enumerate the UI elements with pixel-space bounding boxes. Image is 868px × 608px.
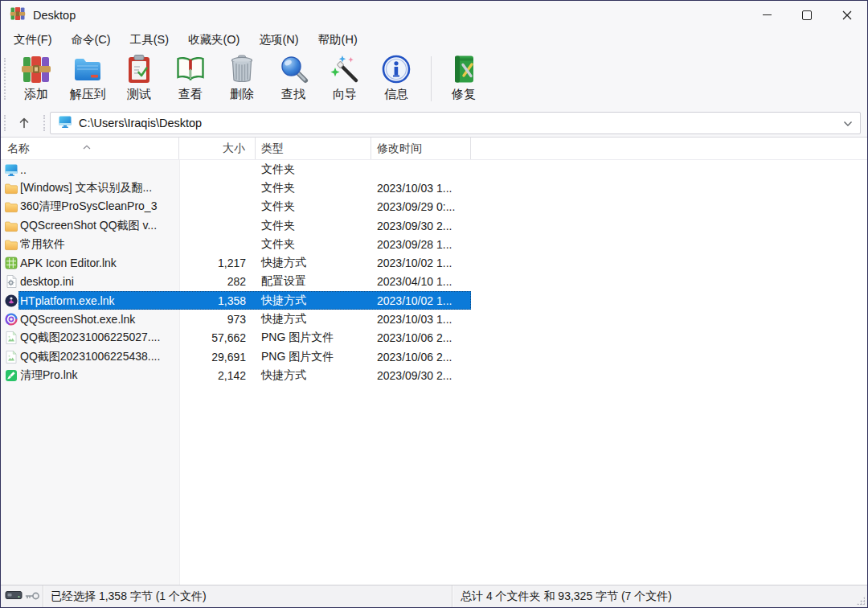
close-button[interactable]: [827, 1, 867, 29]
file-row[interactable]: QQ截图20231006225027....57,662PNG 图片文件2023…: [1, 329, 867, 347]
wizard-wand-icon: [329, 53, 361, 85]
menu-help[interactable]: 帮助(H): [309, 30, 367, 50]
file-name: 360清理ProSysCleanPro_3: [20, 199, 179, 214]
file-row[interactable]: ..文件夹: [1, 160, 867, 179]
menu-file[interactable]: 文件(F): [4, 30, 62, 50]
file-date: 2023/04/10 1...: [371, 275, 471, 288]
close-icon: [842, 10, 852, 20]
htplatform-icon: [1, 294, 20, 308]
file-type: 快捷方式: [256, 256, 371, 270]
file-size: 2,142: [179, 369, 256, 382]
png-icon: [1, 350, 20, 364]
combo-gripper[interactable]: [43, 115, 45, 131]
file-date: 2023/09/30 2...: [371, 220, 471, 232]
file-date: 2023/10/06 2...: [371, 351, 471, 364]
winrar-icon: [10, 6, 26, 25]
find-button[interactable]: 查找: [268, 50, 319, 102]
file-name: [Windows] 文本识别及翻...: [20, 181, 179, 195]
minimize-button[interactable]: [747, 1, 787, 29]
apk-icon: [1, 256, 20, 270]
menu-options[interactable]: 选项(N): [249, 30, 308, 50]
maximize-button[interactable]: [787, 1, 827, 29]
file-row[interactable]: 清理Pro.lnk2,142快捷方式2023/09/30 2...: [1, 366, 867, 384]
info-button[interactable]: 信息: [371, 50, 422, 102]
png-icon: [1, 331, 20, 345]
file-name: QQScreenShot QQ截图 v...: [20, 219, 179, 233]
file-size: 973: [179, 313, 256, 326]
menu-tools[interactable]: 工具(S): [121, 30, 178, 50]
address-combobox[interactable]: C:\Users\Iraqis\Desktop: [50, 112, 861, 134]
folder-icon: [1, 237, 20, 252]
delete-button[interactable]: 删除: [216, 50, 268, 102]
wizard-button[interactable]: 向导: [319, 50, 371, 102]
file-name: APK Icon Editor.lnk: [20, 257, 179, 269]
file-size: 282: [179, 275, 256, 288]
test-button[interactable]: 测试: [113, 50, 165, 102]
chevron-down-icon[interactable]: [843, 116, 853, 130]
file-type: 快捷方式: [256, 294, 371, 308]
file-row[interactable]: QQ截图20231006225438....29,691PNG 图片文件2023…: [1, 347, 867, 366]
column-header-size[interactable]: 大小: [179, 138, 256, 159]
file-type: 文件夹: [256, 162, 371, 177]
folder-icon: [1, 199, 20, 214]
selection-summary: 已经选择 1,358 字节 (1 个文件): [43, 590, 452, 604]
file-row[interactable]: APK Icon Editor.lnk1,217快捷方式2023/10/02 1…: [1, 253, 867, 272]
menu-commands[interactable]: 命令(C): [62, 30, 121, 50]
address-gripper[interactable]: [4, 115, 6, 131]
file-row[interactable]: HTplatform.exe.lnk1,358快捷方式2023/10/02 1.…: [1, 291, 867, 310]
file-row[interactable]: 360清理ProSysCleanPro_3文件夹2023/09/29 0:...: [1, 198, 867, 216]
total-summary: 总计 4 个文件夹 和 93,325 字节 (7 个文件): [452, 590, 672, 604]
file-type: 快捷方式: [256, 368, 371, 383]
extract-folder-icon: [72, 53, 104, 85]
address-bar: C:\Users\Iraqis\Desktop: [1, 109, 867, 137]
file-date: 2023/10/03 1...: [371, 313, 471, 326]
menu-favorites[interactable]: 收藏夹(O): [178, 30, 249, 50]
toolbar-gripper[interactable]: [4, 58, 6, 100]
extract-button[interactable]: 解压到: [62, 50, 113, 102]
key-icon[interactable]: [24, 590, 40, 603]
file-date: 2023/10/03 1...: [371, 182, 471, 195]
up-arrow-icon: [18, 117, 31, 129]
resize-grip-icon[interactable]: [857, 597, 865, 605]
file-list: ..文件夹[Windows] 文本识别及翻...文件夹2023/10/03 1.…: [1, 160, 867, 585]
find-magnifier-icon: [277, 53, 309, 85]
column-header-name[interactable]: 名称: [1, 138, 179, 159]
file-size: 57,662: [179, 331, 256, 344]
window-title: Desktop: [33, 9, 76, 22]
file-date: 2023/09/30 2...: [371, 369, 471, 382]
file-type: 文件夹: [256, 199, 371, 214]
file-list-panel: 名称 大小 类型 修改时间 ..文件夹[Windows] 文本识别及翻...文件…: [1, 137, 867, 585]
file-type: PNG 图片文件: [256, 350, 371, 364]
file-type: 文件夹: [256, 181, 371, 195]
file-row[interactable]: QQScreenShot.exe.lnk973快捷方式2023/10/03 1.…: [1, 310, 867, 328]
column-header-date[interactable]: 修改时间: [371, 138, 471, 159]
file-date: 2023/10/06 2...: [371, 331, 471, 344]
file-type: PNG 图片文件: [256, 331, 371, 345]
file-size: 1,358: [179, 294, 256, 307]
file-type: 快捷方式: [256, 312, 371, 327]
file-type: 文件夹: [256, 219, 371, 233]
file-row[interactable]: QQScreenShot QQ截图 v...文件夹2023/09/30 2...: [1, 216, 867, 235]
file-name: QQ截图20231006225027....: [20, 331, 179, 345]
file-name: ..: [20, 163, 179, 176]
file-date: 2023/09/29 0:...: [371, 200, 471, 213]
winrar-window: Desktop 文件(F) 命令(C) 工具(S) 收藏夹(O) 选项(N) 帮…: [0, 0, 868, 608]
up-button[interactable]: [9, 112, 39, 134]
drive-icon[interactable]: [5, 590, 23, 603]
maximize-icon: [802, 10, 812, 20]
add-archive-icon: [20, 53, 52, 85]
repair-button[interactable]: 修复: [438, 50, 489, 102]
file-size: 29,691: [179, 351, 256, 364]
file-name: 常用软件: [20, 237, 179, 252]
file-type: 文件夹: [256, 237, 371, 252]
file-type: 配置设置: [256, 274, 371, 289]
view-button[interactable]: 查看: [165, 50, 216, 102]
add-button[interactable]: 添加: [10, 50, 62, 102]
file-row[interactable]: desktop.ini282配置设置2023/04/10 1...: [1, 273, 867, 291]
column-header-type[interactable]: 类型: [256, 138, 371, 159]
file-row[interactable]: 常用软件文件夹2023/09/28 1...: [1, 235, 867, 253]
file-row[interactable]: [Windows] 文本识别及翻...文件夹2023/10/03 1...: [1, 179, 867, 197]
file-name: QQ截图20231006225438....: [20, 350, 179, 364]
file-name: HTplatform.exe.lnk: [20, 294, 179, 307]
info-icon: [380, 53, 412, 85]
